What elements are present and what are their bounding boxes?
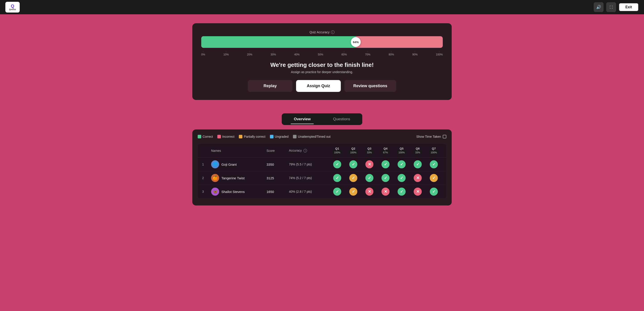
answer-q7: ✓ <box>426 174 442 182</box>
answer-q1: ✓ <box>329 160 345 168</box>
tick-0: 0% <box>201 50 205 56</box>
logo-q: Q <box>11 4 14 8</box>
table-header: Names Score Accuracy i Q1 100% Q2 100% <box>198 144 446 158</box>
correct-dot <box>198 135 201 138</box>
legend-ungraded: Ungraded <box>270 135 289 138</box>
progress-badge: 64% <box>351 37 361 47</box>
tab-overview[interactable]: Overview <box>283 115 322 124</box>
correct-badge: ✓ <box>398 174 406 182</box>
incorrect-badge: ✕ <box>366 160 374 168</box>
correct-badge: ✓ <box>398 160 406 168</box>
answer-q5: ✓ <box>394 160 410 168</box>
replay-button[interactable]: Replay <box>248 80 292 92</box>
correct-badge: ✓ <box>414 160 422 168</box>
answer-q6: ✕ <box>410 188 426 196</box>
answer-q4: ✕ <box>378 188 394 196</box>
answer-q7: ✓ <box>426 160 442 168</box>
result-card: Quiz Accuracy i 64% 0% 10% 20% 30% 40% 5… <box>192 23 452 100</box>
row-rank: 2 <box>202 176 211 180</box>
row-rank: 1 <box>202 162 211 166</box>
avatar: 🌐 <box>211 160 219 168</box>
sound-icon: 🔊 <box>596 5 601 10</box>
partial-badge: ✓ <box>349 188 357 196</box>
score-cell: 1650 <box>266 190 289 194</box>
table-row: 2 🍊 Tangerine Twist 3125 74% (5.2 / 7 pt… <box>198 171 446 185</box>
incorrect-dot <box>217 135 221 138</box>
tick-10: 10% <box>224 50 229 56</box>
col-q6: Q6 33% <box>410 147 426 154</box>
show-time-checkbox[interactable] <box>443 135 446 138</box>
legend-ungraded-label: Ungraded <box>275 135 289 138</box>
correct-badge: ✓ <box>333 174 341 182</box>
player-cell: 🌐 Goji Grant <box>211 160 266 168</box>
col-q3: Q3 33% <box>361 147 378 154</box>
player-cell: 🦋 Shallot Stevens <box>211 188 266 196</box>
main-content: Quiz Accuracy i 64% 0% 10% 20% 30% 40% 5… <box>0 0 644 219</box>
avatar: 🦋 <box>211 188 219 196</box>
correct-badge: ✓ <box>398 188 406 196</box>
exit-button[interactable]: Exit <box>619 3 639 12</box>
top-navigation: Q Quizizz 🔊 ⛶ Exit <box>0 0 644 14</box>
incorrect-badge: ✕ <box>382 188 390 196</box>
tick-50: 50% <box>318 50 323 56</box>
answer-q2: ✓ <box>345 160 361 168</box>
accuracy-info-icon[interactable]: i <box>331 30 334 34</box>
col-accuracy: Accuracy i <box>289 149 329 153</box>
player-name: Tangerine Twist <box>222 176 245 180</box>
table-row: 3 🦋 Shallot Stevens 1650 40% (2.8 / 7 pt… <box>198 185 446 198</box>
tick-20: 20% <box>247 50 252 56</box>
legend-unattempted-label: Unattempted/Timed out <box>298 135 330 138</box>
row-rank: 3 <box>202 190 211 194</box>
accuracy-cell: 79% (5.5 / 7 pts) <box>289 162 329 166</box>
tick-80: 80% <box>389 50 394 56</box>
answer-q2: ✓ <box>345 188 361 196</box>
player-name: Goji Grant <box>222 162 236 166</box>
col-q5: Q5 100% <box>394 147 410 154</box>
incorrect-badge: ✕ <box>366 188 374 196</box>
answer-q6: ✕ <box>410 174 426 182</box>
answer-q5: ✓ <box>394 174 410 182</box>
correct-badge: ✓ <box>382 160 390 168</box>
correct-badge: ✓ <box>382 174 390 182</box>
assign-quiz-button[interactable]: Assign Quiz <box>296 80 341 92</box>
answer-q3: ✕ <box>361 160 378 168</box>
tab-questions[interactable]: Questions <box>322 115 361 124</box>
correct-badge: ✓ <box>366 174 374 182</box>
avatar: 🍊 <box>211 174 219 182</box>
overview-section: Overview Questions Correct Incorrect Par… <box>0 113 644 219</box>
legend-incorrect-label: Incorrect <box>222 135 234 138</box>
progress-bar: 64% <box>201 36 443 48</box>
action-buttons: Replay Assign Quiz Review questions <box>201 80 443 92</box>
col-names: Names <box>211 149 266 152</box>
player-name: Shallot Stevens <box>222 190 245 194</box>
legend-unattempted: Unattempted/Timed out <box>293 135 330 138</box>
partial-badge: ✓ <box>430 174 438 182</box>
table-wrapper: Correct Incorrect Partially correct Ungr… <box>192 130 452 206</box>
col-q7: Q7 100% <box>426 147 442 154</box>
answer-q7: ✓ <box>426 188 442 196</box>
answer-q3: ✕ <box>361 188 378 196</box>
answer-q1: ✓ <box>329 188 345 196</box>
fullscreen-button[interactable]: ⛶ <box>606 2 616 12</box>
tick-40: 40% <box>294 50 300 56</box>
sound-button[interactable]: 🔊 <box>594 2 604 12</box>
correct-badge: ✓ <box>333 188 341 196</box>
col-q2: Q2 100% <box>345 147 361 154</box>
answer-q6: ✓ <box>410 160 426 168</box>
col-score: Score <box>266 149 289 152</box>
tick-90: 90% <box>412 50 418 56</box>
accuracy-col-info-icon[interactable]: i <box>304 149 307 152</box>
show-time-taken: Show Time Taken <box>416 135 446 138</box>
nav-right: 🔊 ⛶ Exit <box>594 2 639 12</box>
correct-badge: ✓ <box>430 188 438 196</box>
answer-q5: ✓ <box>394 188 410 196</box>
correct-badge: ✓ <box>430 160 438 168</box>
answer-q4: ✓ <box>378 160 394 168</box>
review-questions-button[interactable]: Review questions <box>344 80 396 92</box>
answer-q2: ✓ <box>345 174 361 182</box>
legend-incorrect: Incorrect <box>217 135 234 138</box>
fullscreen-icon: ⛶ <box>610 5 613 9</box>
answer-q3: ✓ <box>361 174 378 182</box>
legend: Correct Incorrect Partially correct Ungr… <box>198 135 446 138</box>
tick-60: 60% <box>342 50 347 56</box>
